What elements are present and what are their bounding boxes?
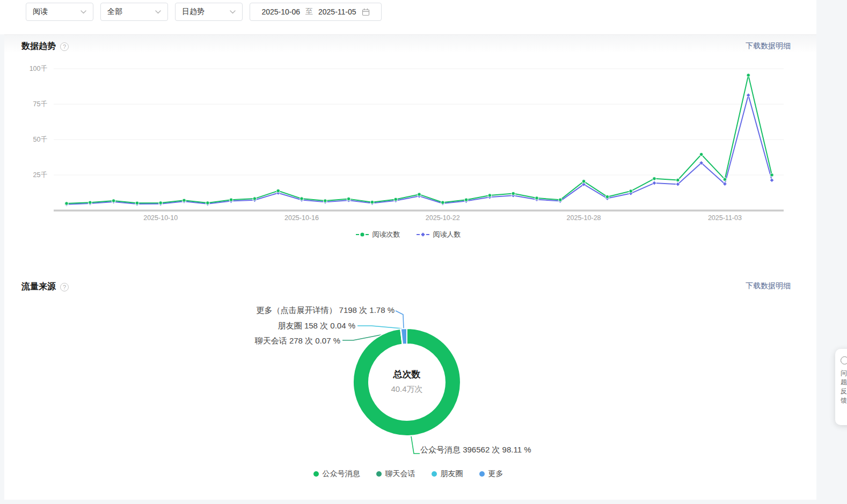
data-point — [394, 198, 398, 201]
legend-dot-icon — [479, 471, 485, 477]
legend-item-公众号消息[interactable]: 公众号消息 — [313, 469, 360, 479]
analytics-page: 阅读 全部 日趋势 2025-10-06 至 2025-11-05 — [0, 0, 847, 504]
data-point — [676, 178, 680, 182]
series-阅读人数 — [64, 93, 774, 207]
feedback-widget-label: 问题反馈 — [841, 369, 847, 405]
data-point — [605, 195, 609, 199]
data-point — [112, 199, 115, 203]
trend-section-title: 数据趋势 — [21, 41, 56, 52]
data-point — [512, 192, 515, 195]
data-point — [746, 93, 750, 98]
series-line — [67, 95, 772, 204]
date-separator: 至 — [305, 7, 313, 17]
legend-dot-icon — [313, 471, 319, 477]
x-axis-line — [54, 210, 784, 212]
date-end[interactable]: 2025-11-05 — [318, 8, 356, 16]
legend-label: 阅读人数 — [433, 230, 461, 239]
legend-item-朋友圈[interactable]: 朋友圈 — [432, 469, 463, 479]
data-point — [159, 201, 163, 205]
data-point — [370, 200, 374, 204]
filter-bar: 阅读 全部 日趋势 2025-10-06 至 2025-11-05 — [0, 0, 816, 34]
callout-more[interactable]: 更多（点击展开详情） 7198 次 1.78 % — [256, 305, 395, 316]
data-point — [488, 194, 492, 198]
legend-dot-icon — [432, 471, 437, 477]
data-point — [347, 197, 351, 201]
x-tick-label: 2025-10-22 — [426, 214, 460, 222]
legend-dot-icon — [376, 471, 382, 477]
legend-label: 朋友圈 — [441, 469, 463, 479]
data-point — [206, 201, 210, 205]
legend-item-阅读人数[interactable]: 阅读人数 — [417, 230, 461, 239]
trend-section-header: 数据趋势 ? — [21, 41, 69, 52]
scope-select[interactable]: 全部 — [100, 3, 168, 21]
legend-label: 更多 — [488, 469, 503, 479]
y-tick-label: 100千 — [30, 65, 48, 72]
data-point — [65, 202, 69, 206]
chevron-down-icon — [81, 10, 86, 14]
legend-item-更多[interactable]: 更多 — [479, 469, 503, 479]
y-tick-label: 25千 — [33, 171, 48, 179]
data-point — [135, 201, 139, 205]
traffic-donut-chart — [352, 327, 462, 437]
chevron-down-icon — [155, 10, 161, 14]
x-tick-label: 2025-10-28 — [567, 214, 601, 222]
line-diamond-marker-icon — [417, 232, 429, 237]
data-point — [652, 181, 656, 185]
granularity-select[interactable]: 日趋势 — [175, 3, 243, 21]
data-point — [418, 193, 421, 196]
source-section-title: 流量来源 — [21, 281, 56, 293]
y-axis: 25千50千75千100千 — [30, 65, 784, 179]
data-point — [464, 198, 468, 202]
trend-download-link[interactable]: 下载数据明细 — [746, 41, 791, 51]
x-axis: 2025-10-102025-10-162025-10-222025-10-28… — [143, 214, 742, 222]
date-range-picker[interactable]: 2025-10-06 至 2025-11-05 — [250, 3, 382, 21]
legend-label: 公众号消息 — [323, 469, 360, 479]
data-point — [582, 180, 586, 184]
metric-select[interactable]: 阅读 — [26, 3, 93, 21]
feedback-icon — [841, 356, 847, 364]
callout-chat-session: 聊天会话 278 次 0.07 % — [255, 336, 340, 346]
source-download-link[interactable]: 下载数据明细 — [746, 281, 791, 291]
data-point — [182, 199, 186, 202]
x-tick-label: 2025-11-03 — [708, 214, 742, 222]
data-point — [770, 173, 774, 177]
help-icon[interactable]: ? — [60, 283, 69, 291]
callout-moments: 朋友圈 158 次 0.04 % — [278, 321, 355, 331]
calendar-icon[interactable] — [362, 8, 370, 16]
legend-label: 阅读次数 — [373, 230, 400, 239]
data-point — [253, 197, 257, 201]
trend-legend: 阅读次数阅读人数 — [0, 230, 816, 239]
data-point — [559, 198, 563, 202]
data-point — [535, 196, 539, 200]
help-icon[interactable]: ? — [60, 42, 69, 51]
y-tick-label: 50千 — [33, 136, 48, 143]
data-point — [629, 189, 633, 193]
data-point — [89, 201, 92, 204]
trend-line-chart: 25千50千75千100千2025-10-102025-10-162025-10… — [21, 60, 794, 224]
metric-select-value: 阅读 — [33, 7, 48, 17]
line-circle-marker-icon — [356, 232, 369, 237]
x-tick-label: 2025-10-16 — [284, 214, 319, 222]
date-start[interactable]: 2025-10-06 — [261, 8, 300, 16]
data-point — [747, 74, 750, 77]
data-point — [300, 197, 304, 201]
callout-official-message: 公众号消息 396562 次 98.11 % — [420, 445, 531, 455]
legend-item-阅读次数[interactable]: 阅读次数 — [356, 230, 400, 239]
y-tick-label: 75千 — [33, 100, 48, 108]
data-point — [441, 201, 445, 204]
scope-select-value: 全部 — [107, 7, 122, 17]
feedback-widget[interactable]: 问题反馈 — [835, 349, 847, 425]
source-section-header: 流量来源 ? — [21, 281, 69, 293]
x-tick-label: 2025-10-10 — [143, 214, 178, 222]
data-point — [324, 199, 327, 203]
legend-item-聊天会话[interactable]: 聊天会话 — [376, 469, 415, 479]
donut-slice-公众号消息[interactable] — [353, 328, 461, 436]
granularity-select-value: 日趋势 — [182, 7, 205, 17]
data-point — [699, 152, 703, 156]
data-point — [723, 178, 727, 181]
legend-label: 聊天会话 — [385, 469, 415, 479]
data-point — [653, 177, 656, 181]
data-point — [229, 198, 233, 202]
chevron-down-icon — [230, 10, 236, 14]
donut-legend: 公众号消息聊天会话朋友圈更多 — [0, 469, 816, 479]
